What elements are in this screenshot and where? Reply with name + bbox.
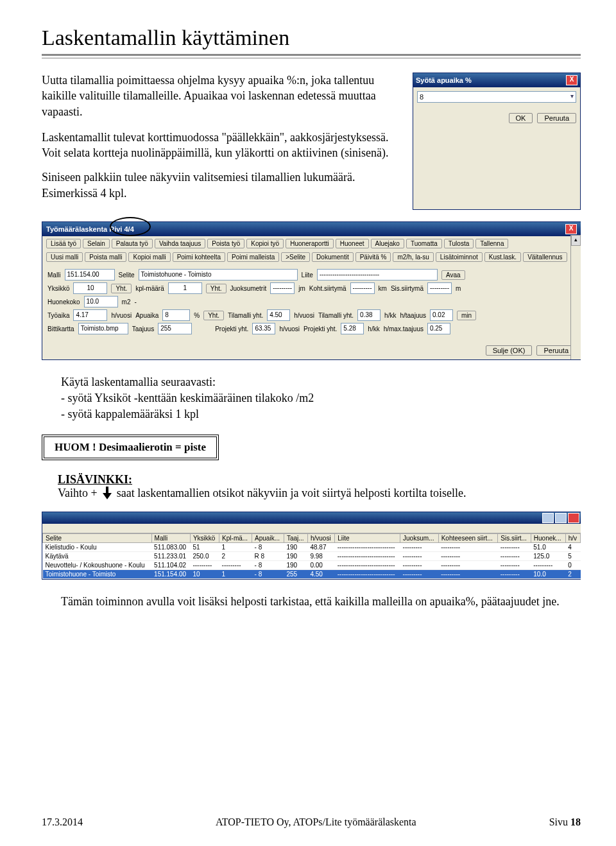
ok-button[interactable]: OK — [509, 113, 533, 123]
toolbar-button[interactable]: Tulosta — [444, 239, 474, 248]
table-row[interactable]: Kielistudio - Koulu511.083.00511- 819048… — [43, 542, 581, 551]
toolbar-button[interactable]: Lisätoiminnot — [436, 252, 483, 262]
field-sissiirtyma[interactable]: --------- — [427, 282, 452, 294]
toolbar-button[interactable]: Väitallennus — [523, 252, 567, 262]
field-projektiyht2[interactable]: 5.28 — [341, 323, 364, 334]
column-header[interactable]: Malli — [151, 533, 190, 542]
table-row[interactable]: Toimistohuone - Toimisto151.154.00101- 8… — [43, 569, 581, 578]
field-kplmaara[interactable]: 1 — [168, 282, 202, 294]
table-cell: 4.50 — [307, 569, 334, 578]
field-projektiyht[interactable]: 63.35 — [252, 323, 275, 334]
toolbar-button[interactable]: Tallenna — [475, 239, 508, 248]
sulje-ok-button[interactable]: Sulje (OK) — [486, 345, 533, 356]
toolbar-button[interactable]: Huoneraportti — [286, 239, 334, 248]
lisavinkki-post: saat laskentamallien otsikot näkyviin ja… — [117, 487, 466, 500]
table-cell: --------- — [400, 560, 439, 569]
scrollbar[interactable]: ▴ — [570, 235, 581, 359]
column-header[interactable]: Huonek... — [531, 533, 565, 542]
field-kohtsiirtyma[interactable]: --------- — [350, 282, 375, 294]
field-juoksumetrit[interactable]: --------- — [270, 282, 295, 294]
close-icon[interactable] — [568, 513, 579, 523]
toolbar-button[interactable]: Lisää työ — [46, 239, 81, 248]
intro-paragraph-1: Uutta tilamallia poimittaessa ohjelma ky… — [42, 73, 400, 119]
table-cell: 190 — [284, 542, 307, 551]
column-header[interactable]: Taaj... — [284, 533, 307, 542]
table-row[interactable]: Käytävä511.233.01250.02R 81909.98-------… — [43, 551, 581, 560]
column-header[interactable]: Juoksum... — [400, 533, 439, 542]
toolbar-button[interactable]: Vaihda taajuus — [155, 239, 205, 248]
label-kplmaara: kpl-määrä — [135, 285, 164, 292]
field-tilamalliyht2[interactable]: 0.38 — [357, 309, 381, 321]
column-header[interactable]: h/vuosi — [307, 533, 334, 542]
toolbar-button[interactable]: Palauta työ — [112, 239, 153, 248]
table-cell: Toimistohuone - Toimisto — [43, 569, 152, 578]
minimize-icon[interactable] — [542, 513, 554, 523]
field-apuaika[interactable]: 8 — [162, 309, 190, 321]
usage-line-1: - syötä Yksiköt -kenttään keskimääräinen… — [61, 390, 581, 406]
yht-button-1[interactable]: Yht. — [111, 284, 132, 293]
min-button[interactable]: min — [457, 311, 476, 320]
scroll-up-icon[interactable]: ▴ — [571, 235, 581, 246]
toolbar-button[interactable]: Dokumentit — [312, 252, 354, 262]
column-header[interactable]: Sis.siirt... — [498, 533, 531, 542]
table-row[interactable]: Neuvottelu- / Kokoushuone - Koulu511.104… — [43, 560, 581, 569]
maximize-icon[interactable] — [555, 513, 567, 523]
field-liite[interactable]: ---------------------------- — [317, 269, 438, 281]
peruuta-button[interactable]: Peruuta — [536, 345, 576, 356]
toolbar-button[interactable]: Poista työ — [207, 239, 244, 248]
final-paragraph: Tämän toiminnon avulla voit lisäksi help… — [61, 594, 561, 610]
field-tyoaika[interactable]: 4.17 — [73, 309, 107, 321]
table-cell: 190 — [284, 560, 307, 569]
toolbar-button[interactable]: Tuomatta — [406, 239, 442, 248]
cancel-button[interactable]: Peruuta — [537, 113, 576, 123]
field-huonekoko[interactable]: 10.0 — [84, 296, 118, 307]
field-tilamalliyht[interactable]: 4.50 — [267, 309, 290, 321]
toolbar-button[interactable]: Huoneet — [336, 239, 369, 248]
apuaika-dialog: Syötä apuaika % X 8 OK Peruuta — [413, 73, 581, 210]
field-taajuus[interactable]: 255 — [158, 323, 192, 334]
list-window: SeliteMalliYksikköKpl-mä...Apuaik...Taaj… — [42, 512, 581, 580]
toolbar-button[interactable]: Kopioi malli — [128, 252, 170, 262]
toolbar-button[interactable]: Kust.lask. — [484, 252, 521, 262]
column-header[interactable]: Yksikkö — [190, 533, 219, 542]
field-selite[interactable]: Toimistohuone - Toimisto — [139, 269, 298, 281]
toolbar-button[interactable]: Uusi malli — [46, 252, 83, 262]
column-header[interactable]: Kohteeseen siirt... — [438, 533, 498, 542]
close-icon[interactable]: X — [565, 224, 577, 234]
field-bittikartta[interactable]: Toimisto.bmp — [78, 323, 128, 334]
column-header[interactable]: h/v — [565, 533, 580, 542]
avaa-button[interactable]: Avaa — [441, 270, 465, 280]
toolbar-button[interactable]: Päivitä % — [355, 252, 391, 262]
column-header[interactable]: Kpl-mä... — [219, 533, 252, 542]
column-header[interactable]: Selite — [43, 533, 152, 542]
field-malli[interactable]: 151.154.00 — [65, 269, 115, 281]
field-yksikko[interactable]: 10 — [73, 282, 107, 294]
toolbar-button[interactable]: >Selite — [281, 252, 310, 262]
footer-mid: ATOP-TIETO Oy, ATOPs/Lite työmäärälasken… — [216, 816, 416, 828]
toolbar-button[interactable]: Kopioi työ — [246, 239, 284, 248]
intro-paragraph-3: Siniseen palkkiin tulee näkyviin valitse… — [42, 169, 400, 201]
toolbar-button[interactable]: Aluejako — [371, 239, 404, 248]
yht-button-2[interactable]: Yht. — [206, 284, 227, 293]
unit-jm: jm — [298, 285, 305, 292]
toolbar-button[interactable]: Poimi kohteelta — [173, 252, 225, 262]
toolbar-button[interactable]: Selain — [83, 239, 110, 248]
yht-button-3[interactable]: Yht. — [203, 311, 224, 320]
apuaika-input[interactable]: 8 — [417, 91, 576, 103]
close-icon[interactable]: X — [566, 75, 578, 85]
table-cell: 125.0 — [531, 551, 565, 560]
column-header[interactable]: Liite — [335, 533, 400, 542]
table-cell: --------- — [438, 560, 498, 569]
toolbar-button[interactable]: Poimi malleista — [227, 252, 279, 262]
column-header[interactable]: Apuaik... — [252, 533, 284, 542]
field-hmaxtaajuus[interactable]: 0.25 — [427, 323, 450, 334]
table-cell: 190 — [284, 551, 307, 560]
table-cell: --------------------------- — [335, 560, 400, 569]
table-cell: 250.0 — [190, 551, 219, 560]
table-cell: 151.154.00 — [151, 569, 190, 578]
table-cell: 10 — [190, 569, 219, 578]
toolbar-button[interactable]: m2/h, la-su — [393, 252, 433, 262]
table-cell: 511.233.01 — [151, 551, 190, 560]
field-htaajuus[interactable]: 0.02 — [430, 309, 453, 321]
toolbar-button[interactable]: Poista malli — [85, 252, 126, 262]
